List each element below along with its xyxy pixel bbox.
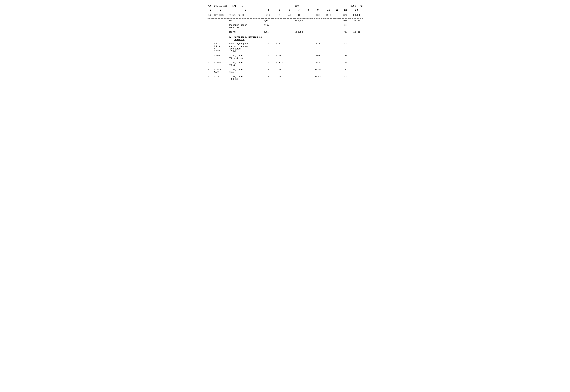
cell-r1-c13: – bbox=[350, 42, 362, 54]
cell-plan-c2 bbox=[213, 23, 228, 30]
cell-row1-col8: – bbox=[304, 13, 313, 17]
cell-itogo1-c4: руб. bbox=[263, 19, 273, 23]
cell-r4-c2: ц.Iч.Iп.I3 bbox=[213, 68, 228, 74]
cell-r4-c9: 0,25 bbox=[313, 68, 324, 74]
cell-itogo1-c5 bbox=[273, 19, 285, 23]
tp-label: т.п. 262-12-151 bbox=[208, 5, 227, 7]
cell-r2-c5: 0,46I bbox=[273, 54, 285, 60]
cell-r3-c11: – bbox=[334, 60, 340, 68]
cell-itogo1-c10 bbox=[324, 19, 334, 23]
cell-r3-c4: т bbox=[263, 60, 273, 68]
table-row: Итого: руб. 303,08 676 I55,I0 bbox=[208, 19, 363, 23]
cell-plan-c5 bbox=[273, 23, 285, 30]
cell-itogo2-c4: руб. bbox=[263, 30, 273, 34]
header: т.п. 262-12-151 (УШ) ч I - I50 - №396 - … bbox=[208, 5, 363, 7]
col-header-3: 3 bbox=[228, 9, 263, 11]
cell-r1-c8: – bbox=[304, 42, 313, 54]
cell-itogo2-c6 bbox=[285, 30, 293, 34]
cell-itogo1-c6 bbox=[285, 19, 293, 23]
cell-r4-c8: – bbox=[304, 68, 313, 74]
cell-r1-c9: 473 bbox=[313, 42, 324, 54]
cell-row1-col11: – bbox=[334, 13, 340, 17]
cell-row1-col5: 2 bbox=[273, 13, 285, 17]
table-row: 4 ц.Iч.Iп.I3 То же, диам.I5мм м IO – – –… bbox=[208, 68, 363, 74]
cell-r4-c5: IO bbox=[273, 68, 285, 74]
cell-r2-c4: т bbox=[263, 54, 273, 60]
table-row: I4 I2у-3035 То же, ГД-65 к-т 2 4I 4I – I… bbox=[208, 13, 363, 17]
cell-plan-c8 bbox=[304, 23, 313, 30]
cell-plan-c3: Плановые накоп-ления 6% bbox=[228, 23, 263, 30]
cell-plan-c12: 4I bbox=[340, 23, 351, 30]
cell-r1-c4: т bbox=[263, 42, 273, 54]
center-label: - I50 - bbox=[248, 5, 346, 7]
cell-r2-c12: I86 bbox=[340, 54, 351, 60]
cell-itogo2-c13: I55,I0 bbox=[350, 30, 362, 34]
cell-r1-c2: доп.Iк ц.Iч.Уп.986 bbox=[213, 42, 228, 54]
cell-r4-c3: То же, диам.I5мм bbox=[228, 68, 263, 74]
cell-itogo1-c3: Итого: bbox=[228, 19, 263, 23]
cell-r3-c12: I09 bbox=[340, 60, 351, 68]
cell-row1-col1: I4 bbox=[208, 13, 213, 17]
cell-itogo1-c7: 303,08 bbox=[293, 19, 304, 23]
cell-r1-c6: – bbox=[285, 42, 294, 54]
itogo-row-2: Итого: руб. 303,08 7I7 I55,I0 bbox=[208, 30, 363, 34]
cell-r3-c10: – bbox=[324, 60, 334, 68]
cell-r5-c9: 0,83 bbox=[313, 74, 324, 81]
cell-r4-c11: – bbox=[334, 68, 340, 74]
cell-r3-c7: – bbox=[294, 60, 304, 68]
cell-itogo1-c2 bbox=[213, 19, 228, 23]
plan-row: Плановые накоп-ления 6% руб. – 4I – bbox=[208, 23, 363, 30]
cell-itogo2-c5 bbox=[273, 30, 285, 34]
cell-row1-col10: I9,9 bbox=[324, 13, 334, 17]
small-mark: ▸ bbox=[257, 2, 258, 4]
cell-r2-c6: – bbox=[285, 54, 294, 60]
cell-itogo2-c12: 7I7 bbox=[340, 30, 350, 34]
section-iv-text: IV. Материалы, неучтенные ценником bbox=[229, 36, 262, 41]
cell-r3-c8: – bbox=[304, 60, 313, 68]
cell-r2-c9: 404 bbox=[313, 54, 324, 60]
cell-itogo1-c11 bbox=[334, 19, 340, 23]
cell-itogo2-c11 bbox=[334, 30, 340, 34]
cell-r5-c10: – bbox=[324, 74, 334, 81]
cell-row1-col12: 322 bbox=[340, 13, 351, 17]
cell-r4-c1: 4 bbox=[208, 68, 213, 74]
cell-row1-col13: 39,80 bbox=[350, 13, 362, 17]
cell-r3-c13: – bbox=[350, 60, 362, 68]
cell-r2-c8: – bbox=[304, 54, 313, 60]
cell-r1-c7: – bbox=[294, 42, 304, 54]
cell-r2-c1: 2 bbox=[208, 54, 213, 60]
col-header-6: 6 bbox=[285, 9, 294, 11]
cell-r2-c13: – bbox=[350, 54, 362, 60]
cell-r5-c2: п.I8 bbox=[213, 74, 228, 81]
cell-itogo1-c9 bbox=[313, 19, 324, 23]
ush-label: (УШ) ч I bbox=[232, 5, 243, 7]
cell-row1-col2: I2у-3035 bbox=[213, 13, 228, 17]
cell-r5-c6: – bbox=[285, 74, 294, 81]
cell-r1-c10: – bbox=[324, 42, 334, 54]
cell-row1-col4: к-т bbox=[263, 13, 273, 17]
cell-r2-c2: п.994 bbox=[213, 54, 228, 60]
col-header-1: I bbox=[208, 9, 213, 11]
cell-plan-c4: руб. bbox=[263, 23, 273, 30]
cell-plan-c10 bbox=[324, 23, 334, 30]
cell-plan-c6 bbox=[285, 23, 294, 30]
cell-r1-c3: Узлы трубопрово-дов из стальныхтруб диам… bbox=[228, 42, 263, 54]
col-header-12: I2 bbox=[340, 9, 351, 11]
cell-r4-c7: – bbox=[294, 68, 304, 74]
cell-r5-c8: – bbox=[304, 74, 313, 81]
page: ▸ т.п. 262-12-151 (УШ) ч I - I50 - №396 … bbox=[208, 5, 363, 81]
cell-r2-c11: – bbox=[334, 54, 340, 60]
col-header-11: II bbox=[334, 9, 340, 11]
cell-itogo2-c9 bbox=[313, 30, 324, 34]
itogo-row-1: Итого: руб. 303,08 676 I55,I0 bbox=[208, 19, 363, 23]
cell-r5-c7: – bbox=[294, 74, 304, 81]
cell-row1-col9: I6I bbox=[313, 13, 324, 17]
cell-itogo2-c8 bbox=[304, 30, 313, 34]
cell-itogo1-c1 bbox=[208, 19, 213, 23]
cell-plan-c1 bbox=[208, 23, 213, 30]
col-header-7: 7 bbox=[294, 9, 304, 11]
table-row: 2 п.994 То же, диам.I08 x 4 мм т 0,46I –… bbox=[208, 54, 363, 60]
cell-itogo2-c10 bbox=[324, 30, 334, 34]
cell-r4-c4: м bbox=[263, 68, 273, 74]
cell-r4-c13: – bbox=[350, 68, 362, 74]
